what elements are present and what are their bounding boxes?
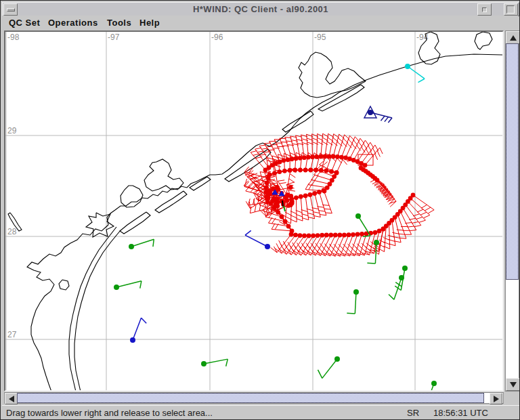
lon-label: -98 (7, 33, 20, 42)
station-wind-barb (130, 318, 146, 343)
storm-track-observations (244, 133, 434, 256)
menu-item-help[interactable]: Help (139, 18, 160, 28)
maximize-icon (506, 5, 515, 14)
scroll-up-arrow[interactable] (506, 31, 520, 44)
lon-label: -96 (211, 33, 223, 42)
left-arrow-icon (9, 396, 14, 402)
station-wind-barb (129, 239, 154, 249)
status-mode: SR (407, 408, 419, 418)
surface-stations (114, 64, 437, 390)
scroll-right-arrow[interactable] (490, 393, 502, 404)
window-maximize-button[interactable] (504, 3, 518, 16)
status-message: Drag towards lower right and release to … (6, 408, 213, 418)
menu-item-operations[interactable]: Operations (48, 18, 98, 28)
down-arrow-icon (510, 382, 517, 387)
right-arrow-icon (494, 396, 499, 402)
status-clock: 18:56:31 UTC (433, 408, 488, 418)
horizontal-scrollbar[interactable] (4, 392, 504, 404)
station-wind-barb (114, 281, 142, 290)
station-wind-barb (201, 359, 228, 366)
horizontal-scroll-thumb[interactable] (17, 393, 484, 403)
vertical-scrollbar[interactable] (505, 30, 519, 392)
window-menu-icon (7, 8, 15, 12)
window-title: H*WIND: QC Client - al90.2001 (3, 4, 519, 14)
station-wind-barb (318, 356, 340, 378)
station-wind-barb (430, 381, 437, 390)
station-wind-barb (347, 289, 359, 314)
map-canvas[interactable]: -98-97-96-95-94292827 (5, 32, 502, 390)
map-frame: -98-97-96-95-94292827 (4, 30, 504, 392)
lat-label: 29 (7, 126, 17, 135)
titlebar[interactable]: H*WIND: QC Client - al90.2001 (2, 2, 519, 16)
lon-label: -95 (314, 33, 326, 42)
menubar: QC SetOperationsToolsHelp (2, 16, 518, 30)
grid-labels: -98-97-96-95-94292827 (7, 33, 429, 339)
lat-lon-grid (5, 32, 502, 390)
vertical-scroll-thumb[interactable] (506, 43, 519, 280)
lat-label: 28 (7, 227, 17, 236)
menu-item-qc-set[interactable]: QC Set (9, 18, 40, 28)
up-arrow-icon (510, 35, 517, 41)
menu-item-tools[interactable]: Tools (107, 18, 131, 28)
statusbar: Drag towards lower right and release to … (2, 405, 519, 420)
lon-label: -97 (108, 33, 120, 42)
minimize-icon (482, 7, 487, 12)
window-menu-button[interactable] (3, 3, 18, 16)
coastline (8, 32, 502, 390)
scroll-down-arrow[interactable] (506, 378, 520, 391)
scrollbar-corner (505, 392, 519, 404)
station-wind-barb (364, 106, 392, 123)
station-wind-barb (245, 230, 270, 249)
lat-label: 27 (7, 330, 17, 339)
scroll-left-arrow[interactable] (5, 393, 18, 404)
lon-label: -94 (416, 33, 429, 42)
window-minimize-button[interactable] (477, 3, 492, 16)
app-window: H*WIND: QC Client - al90.2001 QC SetOper… (0, 0, 520, 420)
